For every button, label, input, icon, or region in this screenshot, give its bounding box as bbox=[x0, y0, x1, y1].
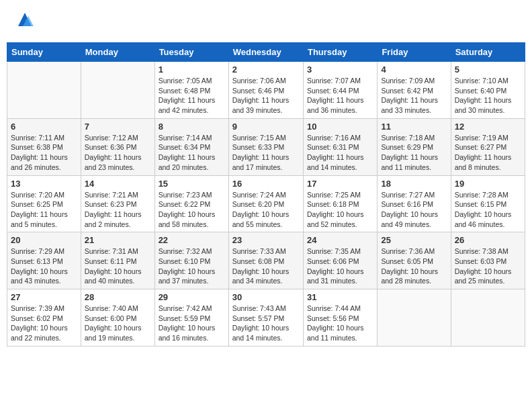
day-info: Sunrise: 7:40 AMSunset: 6:00 PMDaylight:… bbox=[85, 304, 151, 343]
day-of-week-header: Saturday bbox=[451, 43, 525, 62]
day-number: 26 bbox=[455, 235, 521, 245]
day-info: Sunrise: 7:12 AMSunset: 6:36 PMDaylight:… bbox=[85, 133, 151, 173]
day-number: 22 bbox=[159, 235, 225, 245]
day-info: Sunrise: 7:28 AMSunset: 6:15 PMDaylight:… bbox=[455, 190, 521, 230]
calendar-day-cell: 12Sunrise: 7:19 AMSunset: 6:27 PMDayligh… bbox=[451, 118, 525, 175]
calendar-day-cell: 21Sunrise: 7:31 AMSunset: 6:11 PMDayligh… bbox=[81, 232, 154, 289]
day-number: 14 bbox=[85, 179, 151, 189]
calendar-day-cell: 19Sunrise: 7:28 AMSunset: 6:15 PMDayligh… bbox=[451, 175, 525, 232]
day-info: Sunrise: 7:11 AMSunset: 6:38 PMDaylight:… bbox=[11, 133, 77, 173]
calendar-week-row: 13Sunrise: 7:20 AMSunset: 6:25 PMDayligh… bbox=[7, 175, 525, 232]
day-number: 30 bbox=[232, 292, 300, 302]
day-number: 29 bbox=[159, 292, 225, 302]
calendar-week-row: 1Sunrise: 7:05 AMSunset: 6:48 PMDaylight… bbox=[7, 62, 525, 119]
day-number: 10 bbox=[307, 122, 373, 132]
day-info: Sunrise: 7:15 AMSunset: 6:33 PMDaylight:… bbox=[232, 133, 300, 173]
day-number: 8 bbox=[159, 122, 225, 132]
calendar-day-cell: 10Sunrise: 7:16 AMSunset: 6:31 PMDayligh… bbox=[303, 118, 377, 175]
calendar-day-cell: 9Sunrise: 7:15 AMSunset: 6:33 PMDaylight… bbox=[228, 118, 303, 175]
day-number: 7 bbox=[85, 122, 151, 132]
day-info: Sunrise: 7:44 AMSunset: 5:56 PMDaylight:… bbox=[307, 304, 373, 343]
day-of-week-header: Tuesday bbox=[154, 43, 228, 62]
calendar-day-cell: 5Sunrise: 7:10 AMSunset: 6:40 PMDaylight… bbox=[451, 62, 525, 119]
day-number: 18 bbox=[381, 179, 447, 189]
calendar-day-cell: 6Sunrise: 7:11 AMSunset: 6:38 PMDaylight… bbox=[7, 118, 81, 175]
day-number: 27 bbox=[11, 292, 77, 302]
calendar-week-row: 20Sunrise: 7:29 AMSunset: 6:13 PMDayligh… bbox=[7, 232, 525, 289]
day-info: Sunrise: 7:43 AMSunset: 5:57 PMDaylight:… bbox=[232, 304, 300, 343]
logo-icon bbox=[15, 9, 35, 34]
day-number: 2 bbox=[232, 64, 300, 75]
day-number: 11 bbox=[381, 122, 447, 132]
day-info: Sunrise: 7:24 AMSunset: 6:20 PMDaylight:… bbox=[232, 190, 300, 230]
day-number: 3 bbox=[307, 64, 373, 75]
day-of-week-header: Wednesday bbox=[228, 43, 303, 62]
day-info: Sunrise: 7:33 AMSunset: 6:08 PMDaylight:… bbox=[232, 246, 300, 286]
day-info: Sunrise: 7:20 AMSunset: 6:25 PMDaylight:… bbox=[11, 190, 77, 230]
calendar-week-row: 27Sunrise: 7:39 AMSunset: 6:02 PMDayligh… bbox=[7, 289, 525, 347]
day-number: 15 bbox=[159, 179, 225, 189]
calendar-day-cell: 16Sunrise: 7:24 AMSunset: 6:20 PMDayligh… bbox=[228, 175, 303, 232]
calendar-day-cell: 1Sunrise: 7:05 AMSunset: 6:48 PMDaylight… bbox=[154, 62, 228, 119]
calendar-day-cell: 23Sunrise: 7:33 AMSunset: 6:08 PMDayligh… bbox=[228, 232, 303, 289]
day-info: Sunrise: 7:06 AMSunset: 6:46 PMDaylight:… bbox=[232, 76, 300, 116]
day-number: 9 bbox=[232, 122, 300, 132]
calendar-day-cell: 22Sunrise: 7:32 AMSunset: 6:10 PMDayligh… bbox=[154, 232, 228, 289]
calendar-day-cell: 3Sunrise: 7:07 AMSunset: 6:44 PMDaylight… bbox=[303, 62, 377, 119]
day-info: Sunrise: 7:23 AMSunset: 6:22 PMDaylight:… bbox=[159, 190, 225, 230]
page-header bbox=[7, 7, 525, 37]
calendar-day-cell: 7Sunrise: 7:12 AMSunset: 6:36 PMDaylight… bbox=[81, 118, 154, 175]
day-number: 1 bbox=[159, 64, 225, 75]
day-number: 16 bbox=[232, 179, 300, 189]
day-info: Sunrise: 7:36 AMSunset: 6:05 PMDaylight:… bbox=[381, 246, 447, 286]
calendar-day-cell: 31Sunrise: 7:44 AMSunset: 5:56 PMDayligh… bbox=[303, 289, 377, 347]
day-number: 23 bbox=[232, 235, 300, 245]
day-info: Sunrise: 7:05 AMSunset: 6:48 PMDaylight:… bbox=[159, 76, 225, 116]
day-number: 5 bbox=[455, 64, 521, 75]
calendar-day-cell: 25Sunrise: 7:36 AMSunset: 6:05 PMDayligh… bbox=[378, 232, 451, 289]
day-info: Sunrise: 7:42 AMSunset: 5:59 PMDaylight:… bbox=[159, 304, 225, 343]
day-info: Sunrise: 7:25 AMSunset: 6:18 PMDaylight:… bbox=[307, 190, 373, 230]
calendar-day-cell bbox=[451, 289, 525, 347]
day-info: Sunrise: 7:16 AMSunset: 6:31 PMDaylight:… bbox=[307, 133, 373, 173]
day-number: 24 bbox=[307, 235, 373, 245]
day-number: 28 bbox=[85, 292, 151, 302]
day-of-week-header: Monday bbox=[81, 43, 154, 62]
day-info: Sunrise: 7:21 AMSunset: 6:23 PMDaylight:… bbox=[85, 190, 151, 230]
day-info: Sunrise: 7:09 AMSunset: 6:42 PMDaylight:… bbox=[381, 76, 447, 116]
day-number: 4 bbox=[381, 64, 447, 75]
day-number: 12 bbox=[455, 122, 521, 132]
calendar-day-cell: 11Sunrise: 7:18 AMSunset: 6:29 PMDayligh… bbox=[378, 118, 451, 175]
calendar-day-cell bbox=[378, 289, 451, 347]
calendar-day-cell: 14Sunrise: 7:21 AMSunset: 6:23 PMDayligh… bbox=[81, 175, 154, 232]
day-info: Sunrise: 7:18 AMSunset: 6:29 PMDaylight:… bbox=[381, 133, 447, 173]
day-number: 17 bbox=[307, 179, 373, 189]
calendar-table: SundayMondayTuesdayWednesdayThursdayFrid… bbox=[7, 42, 525, 347]
calendar-day-cell: 20Sunrise: 7:29 AMSunset: 6:13 PMDayligh… bbox=[7, 232, 81, 289]
day-number: 13 bbox=[11, 179, 77, 189]
calendar-header-row: SundayMondayTuesdayWednesdayThursdayFrid… bbox=[7, 43, 525, 62]
calendar-day-cell: 28Sunrise: 7:40 AMSunset: 6:00 PMDayligh… bbox=[81, 289, 154, 347]
calendar-day-cell: 27Sunrise: 7:39 AMSunset: 6:02 PMDayligh… bbox=[7, 289, 81, 347]
calendar-day-cell: 26Sunrise: 7:38 AMSunset: 6:03 PMDayligh… bbox=[451, 232, 525, 289]
calendar-day-cell: 17Sunrise: 7:25 AMSunset: 6:18 PMDayligh… bbox=[303, 175, 377, 232]
day-info: Sunrise: 7:38 AMSunset: 6:03 PMDaylight:… bbox=[455, 246, 521, 286]
day-number: 6 bbox=[11, 122, 77, 132]
day-info: Sunrise: 7:27 AMSunset: 6:16 PMDaylight:… bbox=[381, 190, 447, 230]
logo bbox=[12, 9, 35, 34]
calendar-day-cell: 24Sunrise: 7:35 AMSunset: 6:06 PMDayligh… bbox=[303, 232, 377, 289]
day-info: Sunrise: 7:39 AMSunset: 6:02 PMDaylight:… bbox=[11, 304, 77, 343]
calendar-day-cell: 13Sunrise: 7:20 AMSunset: 6:25 PMDayligh… bbox=[7, 175, 81, 232]
calendar-day-cell bbox=[81, 62, 154, 119]
day-of-week-header: Sunday bbox=[7, 43, 81, 62]
day-info: Sunrise: 7:14 AMSunset: 6:34 PMDaylight:… bbox=[159, 133, 225, 173]
day-number: 20 bbox=[11, 235, 77, 245]
calendar-day-cell: 4Sunrise: 7:09 AMSunset: 6:42 PMDaylight… bbox=[378, 62, 451, 119]
calendar-day-cell: 15Sunrise: 7:23 AMSunset: 6:22 PMDayligh… bbox=[154, 175, 228, 232]
day-of-week-header: Friday bbox=[378, 43, 451, 62]
day-info: Sunrise: 7:31 AMSunset: 6:11 PMDaylight:… bbox=[85, 246, 151, 286]
day-info: Sunrise: 7:35 AMSunset: 6:06 PMDaylight:… bbox=[307, 246, 373, 286]
day-info: Sunrise: 7:29 AMSunset: 6:13 PMDaylight:… bbox=[11, 246, 77, 286]
day-number: 25 bbox=[381, 235, 447, 245]
calendar-day-cell: 29Sunrise: 7:42 AMSunset: 5:59 PMDayligh… bbox=[154, 289, 228, 347]
